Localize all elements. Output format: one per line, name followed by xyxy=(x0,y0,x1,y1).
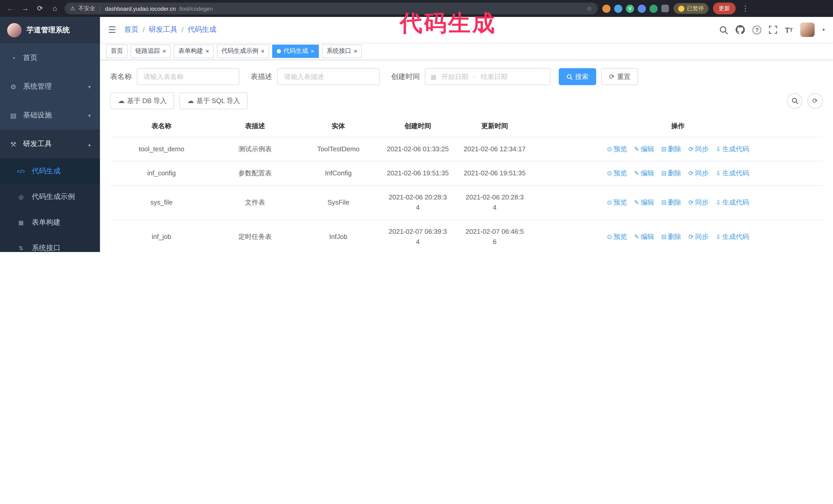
sidebar-item-dev-tools[interactable]: ⚒ 研发工具 ▴ xyxy=(0,130,100,159)
paused-badge[interactable]: 已暂停 xyxy=(673,3,709,14)
action-sync-link[interactable]: ⟳同步 xyxy=(688,144,709,154)
create-time-range-picker[interactable]: ▦ 开始日期 - 结束日期 xyxy=(425,68,551,85)
action-label: 编辑 xyxy=(641,168,654,178)
breadcrumb: 首页 / 研发工具 / 代码生成 xyxy=(124,25,217,34)
date-end-placeholder: 结束日期 xyxy=(481,72,507,81)
action-edit-link[interactable]: ✎编辑 xyxy=(634,168,654,178)
action-sync-link[interactable]: ⟳同步 xyxy=(688,168,709,178)
import-sql-button[interactable]: ☁ 基于 SQL 导入 xyxy=(180,92,248,109)
action-preview-link[interactable]: ⊙预览 xyxy=(607,168,627,178)
action-generate-link[interactable]: ⇩生成代码 xyxy=(716,197,749,208)
table-row: inf_job定时任务表InfJob2021-02-07 06:39:3 420… xyxy=(110,220,823,252)
refresh-table-button[interactable]: ⟳ xyxy=(807,93,823,109)
extensions-puzzle-icon[interactable] xyxy=(661,5,669,12)
action-preview-link[interactable]: ⊙预览 xyxy=(607,232,627,242)
home-icon[interactable]: ⌂ xyxy=(50,0,60,17)
preview-icon: ⊙ xyxy=(607,234,612,240)
toggle-search-button[interactable] xyxy=(787,93,802,109)
bookmark-star-icon[interactable]: ☆ xyxy=(587,5,592,12)
github-icon[interactable] xyxy=(736,25,745,34)
breadcrumb-dev-tools[interactable]: 研发工具 xyxy=(149,25,177,34)
search-icon[interactable] xyxy=(719,25,728,34)
sidebar-item-label: 表单构建 xyxy=(32,218,61,227)
tab[interactable]: 代码生成× xyxy=(272,44,319,58)
tab-close-icon[interactable]: × xyxy=(311,48,314,54)
preview-icon: ⊙ xyxy=(607,170,612,176)
sync-icon: ⟳ xyxy=(688,234,694,240)
sidebar-item-form-builder[interactable]: ▦ 表单构建 xyxy=(0,210,100,235)
sidebar-item-codegen[interactable]: </> 代码生成 xyxy=(0,159,100,184)
back-icon[interactable]: ← xyxy=(5,0,15,17)
column-header: 创建时间 xyxy=(379,115,456,137)
action-delete-link[interactable]: ⊟删除 xyxy=(661,197,681,208)
action-sync-link[interactable]: ⟳同步 xyxy=(688,197,709,208)
search-button[interactable]: 搜索 xyxy=(559,68,596,85)
sidebar-item-label: 代码生成 xyxy=(32,167,61,176)
tab[interactable]: 代码生成示例× xyxy=(217,44,269,58)
sidebar-item-label: 首页 xyxy=(23,53,38,63)
tab-close-icon[interactable]: × xyxy=(163,48,166,54)
action-generate-link[interactable]: ⇩生成代码 xyxy=(716,144,749,154)
preview-icon: ⊙ xyxy=(607,199,612,206)
breadcrumb-home[interactable]: 首页 xyxy=(124,25,139,34)
extension-icon[interactable] xyxy=(602,4,611,13)
action-label: 编辑 xyxy=(641,144,654,154)
reset-button[interactable]: ⟳ 重置 xyxy=(601,68,638,85)
vue-devtools-icon[interactable]: V xyxy=(626,4,634,13)
sidebar-item-system-management[interactable]: ⚙ 系统管理 ▾ xyxy=(0,72,100,101)
gear-icon: ⚙ xyxy=(9,83,18,91)
action-delete-link[interactable]: ⊟删除 xyxy=(661,144,681,154)
tab-close-icon[interactable]: × xyxy=(261,48,264,54)
sidebar-item-infrastructure[interactable]: ▤ 基础设施 ▾ xyxy=(0,101,100,130)
app-logo[interactable]: 芋道管理系统 xyxy=(0,17,100,44)
sync-icon: ⟳ xyxy=(688,170,694,176)
action-preview-link[interactable]: ⊙预览 xyxy=(607,197,627,208)
chrome-update-button[interactable]: 更新 xyxy=(713,3,736,14)
user-avatar[interactable] xyxy=(801,23,815,37)
tab[interactable]: 链路追踪× xyxy=(131,44,171,58)
action-generate-link[interactable]: ⇩生成代码 xyxy=(716,168,749,178)
page-content: 表名称 表描述 创建时间 ▦ 开始日期 - 结束日期 搜索 xyxy=(100,60,833,252)
chrome-menu-icon[interactable]: ⋮ xyxy=(740,0,751,17)
forward-icon[interactable]: → xyxy=(20,0,30,17)
fullscreen-icon[interactable] xyxy=(769,26,777,34)
action-edit-link[interactable]: ✎编辑 xyxy=(634,232,654,242)
sidebar-item-codegen-example[interactable]: ◎ 代码生成示例 xyxy=(0,184,100,210)
tab-close-icon[interactable]: × xyxy=(354,48,357,54)
hamburger-icon[interactable]: ☰ xyxy=(108,24,116,35)
column-header: 实体 xyxy=(297,115,379,137)
extension-icon[interactable] xyxy=(649,4,658,13)
sidebar-item-home[interactable]: ◔ 首页 xyxy=(0,44,100,72)
question-glyph: ? xyxy=(755,27,759,33)
top-navbar: ☰ 首页 / 研发工具 / 代码生成 ? xyxy=(100,17,833,43)
date-range-separator: - xyxy=(473,73,476,80)
extension-icon[interactable] xyxy=(638,4,646,13)
tab-close-icon[interactable]: × xyxy=(206,48,209,54)
action-preview-link[interactable]: ⊙预览 xyxy=(607,144,627,154)
avatar-caret-icon[interactable]: ▾ xyxy=(823,27,825,32)
browser-chrome: ← → ⟳ ⌂ ⚠ 不安全 | dashboard.yudao.iocoder.… xyxy=(0,0,833,17)
action-delete-link[interactable]: ⊟删除 xyxy=(661,168,681,178)
create-time-label: 创建时间 xyxy=(391,72,420,81)
action-label: 预览 xyxy=(614,232,627,242)
tab[interactable]: 系统接口× xyxy=(322,44,362,58)
table-name-input[interactable] xyxy=(137,68,239,85)
action-sync-link[interactable]: ⟳同步 xyxy=(688,232,709,242)
url-bar[interactable]: ⚠ 不安全 | dashboard.yudao.iocoder.cn /tool… xyxy=(65,3,598,14)
table-desc-input[interactable] xyxy=(277,68,380,85)
action-generate-link[interactable]: ⇩生成代码 xyxy=(716,232,749,242)
action-edit-link[interactable]: ✎编辑 xyxy=(634,144,654,154)
font-size-icon[interactable]: TT xyxy=(785,25,793,34)
tab[interactable]: 首页 xyxy=(106,44,128,58)
action-label: 删除 xyxy=(668,197,681,208)
extension-icon[interactable] xyxy=(614,4,622,13)
sidebar-item-system-api[interactable]: ⇅ 系统接口 xyxy=(0,235,100,252)
import-db-button[interactable]: ☁ 基于 DB 导入 xyxy=(110,92,174,109)
calendar-icon: ▦ xyxy=(431,73,436,80)
help-icon[interactable]: ? xyxy=(753,25,761,34)
font-small-glyph: T xyxy=(790,27,793,32)
reload-icon[interactable]: ⟳ xyxy=(35,0,45,17)
tab[interactable]: 表单构建× xyxy=(174,44,214,58)
action-edit-link[interactable]: ✎编辑 xyxy=(634,197,654,208)
action-delete-link[interactable]: ⊟删除 xyxy=(661,232,681,242)
